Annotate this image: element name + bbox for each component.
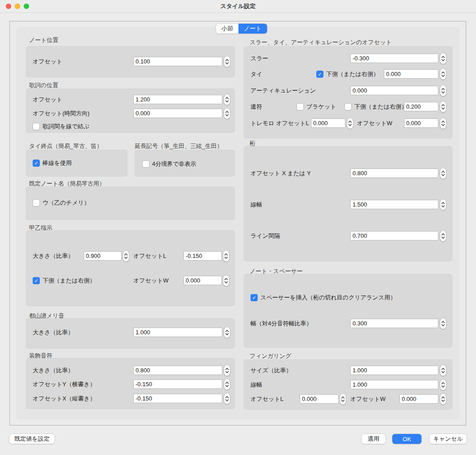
- beam-offset-input[interactable]: [350, 169, 438, 178]
- fingering-offset-l-input[interactable]: [300, 394, 339, 404]
- group-label-extension: 延長記号（箏_生田、三絃_生田）: [135, 142, 222, 150]
- extension-hide-label: 4分境界で非表示: [152, 160, 196, 168]
- ok-button[interactable]: OK: [392, 434, 421, 444]
- cancel-button[interactable]: キャンセル: [429, 434, 467, 444]
- beam-offset-label: オフセット X または Y: [251, 169, 311, 177]
- articulation-offset-input[interactable]: [350, 86, 438, 95]
- tuplet-offset-stepper[interactable]: [440, 101, 446, 112]
- spacer-insert-label: スペーサーを挿入（桁の切れ目のクリアランス用）: [260, 294, 396, 302]
- tremolo-offset-l-label: オフセットL: [276, 119, 309, 127]
- kan-otsu-below-checkbox[interactable]: [33, 277, 40, 284]
- fingering-offset-w-input[interactable]: [400, 394, 438, 404]
- kan-otsu-size-input[interactable]: [84, 251, 122, 261]
- kan-otsu-offset-w-input[interactable]: [183, 276, 222, 285]
- extension-hide-checkbox[interactable]: [142, 160, 149, 168]
- articulation-offset-stepper[interactable]: [440, 85, 446, 96]
- group-beam: オフセット X または Y 線幅 ライン間隔: [244, 146, 452, 261]
- fingering-line-width-input[interactable]: [350, 380, 438, 389]
- group-default-note-name: ウ（乙のチメリ）: [26, 186, 235, 220]
- tremolo-offset-w-stepper[interactable]: [440, 118, 446, 129]
- kan-otsu-size-stepper[interactable]: [123, 251, 129, 261]
- beam-line-spacing-stepper[interactable]: [440, 231, 446, 241]
- fingering-offset-w-label: オフセットW: [350, 395, 386, 403]
- beam-line-spacing-input[interactable]: [350, 231, 438, 240]
- group-label-slur-tie: スラー、タイ、アーティキュレーションのオフセット: [250, 38, 392, 46]
- default-note-name-u-label: ウ（乙のチメリ）: [42, 199, 90, 207]
- spacer-width-label: 幅（対4分音符幅比率）: [251, 320, 312, 328]
- tie-offset-stepper[interactable]: [440, 69, 446, 80]
- lyrics-offset-stepper[interactable]: [224, 94, 230, 105]
- group-kan-otsu: 大きさ（比率） オフセットL 下側（または右側） オフセットW: [26, 230, 235, 306]
- slur-offset-input[interactable]: [350, 54, 438, 63]
- tozan-meri-size-label: 大きさ（比率）: [33, 329, 74, 337]
- default-note-name-u-checkbox[interactable]: [33, 199, 40, 206]
- tab-note[interactable]: ノート: [238, 24, 267, 34]
- group-note-spacer: スペーサーを挿入（桁の切れ目のクリアランス用） 幅（対4分音符幅比率）: [244, 274, 452, 348]
- group-grace-note: 大きさ（比率） オフセットY（横書き） オフセットX（縦書き）: [26, 358, 235, 409]
- spacer-width-stepper[interactable]: [440, 318, 446, 329]
- grace-size-input[interactable]: [133, 366, 222, 375]
- tuplet-offset-input[interactable]: [404, 102, 438, 111]
- grace-size-stepper[interactable]: [224, 365, 230, 376]
- fingering-offset-l-stepper[interactable]: [340, 394, 346, 404]
- lyrics-offset-time-stepper[interactable]: [224, 108, 230, 119]
- slur-offset-stepper[interactable]: [440, 53, 446, 64]
- kan-otsu-below-label: 下側（または右側）: [42, 277, 95, 285]
- spacer-width-input[interactable]: [350, 319, 438, 328]
- grace-offset-x-stepper[interactable]: [224, 393, 230, 404]
- tie-below-checkbox[interactable]: [316, 71, 323, 78]
- tremolo-offset-l-stepper[interactable]: [347, 118, 353, 129]
- grace-offset-x-label: オフセットX（縦書き）: [33, 395, 96, 403]
- lyrics-connect-checkbox[interactable]: [33, 123, 40, 130]
- beam-width-stepper[interactable]: [440, 199, 446, 210]
- kan-otsu-size-label: 大きさ（比率）: [33, 252, 74, 260]
- grace-offset-x-input[interactable]: [133, 394, 222, 403]
- grace-offset-y-input[interactable]: [133, 379, 222, 389]
- tab-bar: 小節 ノート: [216, 24, 267, 34]
- tremolo-offset-l-input[interactable]: [311, 118, 345, 128]
- tuplet-below-checkbox[interactable]: [344, 103, 352, 110]
- kan-otsu-offset-w-stepper[interactable]: [223, 275, 229, 286]
- fingering-line-width-stepper[interactable]: [440, 379, 446, 390]
- fingering-size-input[interactable]: [350, 366, 438, 375]
- grace-offset-y-stepper[interactable]: [224, 379, 230, 390]
- lyrics-offset-time-input[interactable]: [133, 109, 222, 118]
- tozan-meri-size-input[interactable]: [133, 328, 222, 337]
- set-defaults-button[interactable]: 既定値を設定: [9, 434, 55, 444]
- tremolo-offset-w-input[interactable]: [404, 118, 438, 128]
- tie-below-label: 下側（または右側）: [326, 70, 379, 78]
- tie-end-use-bar-label: 棒線を使用: [42, 159, 72, 167]
- fingering-offset-w-stepper[interactable]: [440, 394, 446, 404]
- note-offset-input[interactable]: [133, 57, 222, 66]
- kan-otsu-offset-l-stepper[interactable]: [223, 251, 229, 261]
- grace-offset-y-label: オフセットY（横書き）: [33, 380, 96, 388]
- beam-width-label: 線幅: [251, 201, 262, 209]
- title-bar: スタイル設定: [0, 0, 476, 13]
- tuplet-below-label: 下側（または右側）: [354, 103, 407, 111]
- group-lyrics-position: オフセット オフセット(時間方向) 歌詞間を線で結ぶ: [26, 88, 235, 133]
- lyrics-offset-time-label: オフセット(時間方向): [33, 110, 89, 118]
- tuplet-bracket-checkbox[interactable]: [297, 103, 304, 110]
- group-extension: 4分境界で非表示: [135, 150, 235, 177]
- fingering-size-stepper[interactable]: [440, 365, 446, 376]
- tie-label: タイ: [251, 70, 263, 78]
- lyrics-offset-input[interactable]: [133, 95, 222, 104]
- tie-end-use-bar-checkbox[interactable]: [33, 160, 40, 167]
- note-offset-stepper[interactable]: [224, 56, 230, 67]
- tozan-meri-size-stepper[interactable]: [224, 327, 230, 338]
- tuplet-label: 連符: [251, 103, 262, 111]
- group-fingering: サイズ（比率） 線幅 オフセットL オフセットW: [244, 359, 452, 410]
- kan-otsu-offset-w-label: オフセットW: [133, 277, 169, 285]
- beam-offset-stepper[interactable]: [440, 168, 446, 179]
- beam-width-input[interactable]: [350, 200, 438, 209]
- kan-otsu-offset-l-input[interactable]: [183, 251, 222, 261]
- group-note-position: オフセット: [26, 46, 235, 77]
- grace-size-label: 大きさ（比率）: [33, 367, 74, 375]
- tie-offset-input[interactable]: [384, 69, 438, 79]
- apply-button[interactable]: 適用: [361, 434, 386, 444]
- spacer-insert-checkbox[interactable]: [251, 294, 258, 301]
- beam-line-spacing-label: ライン間隔: [251, 232, 280, 240]
- tab-measure[interactable]: 小節: [216, 24, 238, 34]
- articulation-label: アーティキュレーション: [251, 87, 316, 95]
- fingering-offset-l-label: オフセットL: [251, 395, 284, 403]
